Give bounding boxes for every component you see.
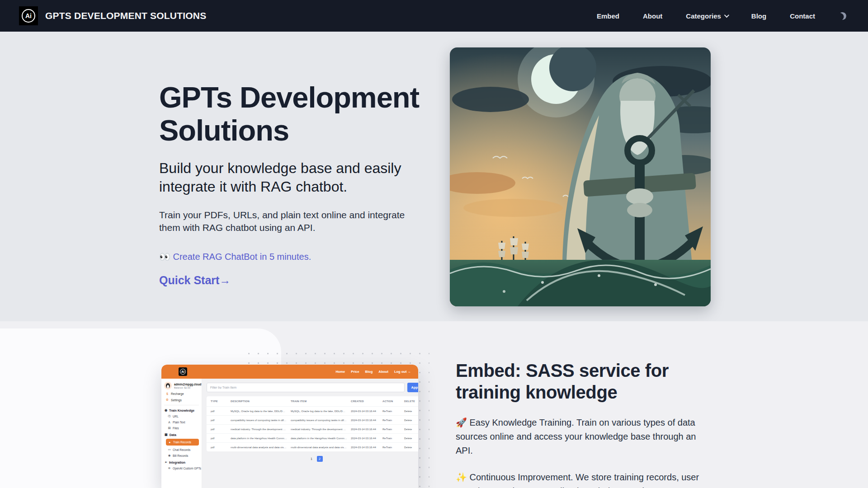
- table-header-row: TYPE DESCRIPTION TRAIN ITEM CREATED ACTI…: [207, 396, 418, 406]
- brain-icon: ◉: [165, 408, 167, 412]
- delete-link: Delete: [404, 410, 418, 413]
- retrain-link: ReTrain: [382, 446, 401, 449]
- table-row: pdf medical industry. Through the develo…: [207, 424, 418, 433]
- hero-subtitle: Build your knowledge base and easily int…: [159, 159, 421, 196]
- filter-input: [207, 383, 405, 392]
- sidebar-item-bill-records: ◉ Bill Records: [168, 454, 199, 457]
- dark-mode-toggle-moon-icon[interactable]: [838, 11, 847, 21]
- nav-link-contact[interactable]: Contact: [790, 12, 815, 20]
- hero-copy: GPTs Development Solutions Build your kn…: [159, 81, 448, 287]
- hero-illustration: [450, 47, 711, 306]
- app-body: admin@mpgg.cloud Balance: $2.00 $ Rechar…: [161, 379, 418, 488]
- delete-link: Delete: [404, 419, 418, 422]
- pagination: 1 2: [207, 456, 418, 462]
- chevron-down-icon: [724, 13, 729, 18]
- delete-link: Delete: [404, 428, 418, 431]
- ai-logo-glyph: Ai: [22, 9, 35, 23]
- app-nav-links: Home Price Blog About Log out →: [335, 370, 411, 374]
- embed-heading: Embed: SASS service for training knowled…: [456, 360, 709, 403]
- sidebar-section-integration: ➣ Integration: [165, 460, 199, 464]
- app-preview-screenshot: Ai Home Price Blog About Log out → admin…: [161, 365, 418, 488]
- sidebar-item-files: ▤ Files: [168, 426, 199, 430]
- sidebar-section-train-knowledge: ◉ Train Knowledge: [165, 408, 199, 412]
- app-nav-blog: Blog: [365, 370, 373, 374]
- page-2-active: 2: [317, 456, 323, 462]
- filter-row: Apply: [207, 383, 418, 392]
- app-nav-logout: Log out →: [394, 370, 411, 374]
- hero-description: Train your PDFs, URLs, and plain text on…: [159, 209, 419, 235]
- records-table: TYPE DESCRIPTION TRAIN ITEM CREATED ACTI…: [207, 396, 418, 451]
- app-nav-about: About: [378, 370, 388, 374]
- app-main: Apply TYPE DESCRIPTION TRAIN ITEM CREATE…: [202, 379, 418, 488]
- create-ragbot-link[interactable]: 👀 Create RAG ChatBot in 5 minutes.: [159, 251, 311, 262]
- table-row: pdf compatibility issues of computing ta…: [207, 415, 418, 424]
- brand-title: GPTS DEVELOPMENT SOLUTIONS: [45, 10, 206, 21]
- sidebar-item-url: ⓔ URL: [168, 414, 199, 418]
- sidebar-item-recharge: $ Recharge: [165, 392, 199, 395]
- openai-icon: ⊛: [168, 466, 171, 470]
- bill-icon: ◉: [168, 454, 171, 457]
- account-block: admin@mpgg.cloud Balance: $2.00: [164, 382, 199, 389]
- app-logo-icon: Ai: [179, 367, 187, 376]
- penguin-avatar: [164, 382, 172, 389]
- train-records-icon: ●: [168, 441, 171, 444]
- app-navbar: Ai Home Price Blog About Log out →: [161, 365, 418, 379]
- sidebar-divider: [164, 405, 199, 405]
- database-icon: ▦: [165, 433, 168, 436]
- table-row: pdf MySQL, Oracle log data to the lake, …: [207, 406, 418, 415]
- retrain-link: ReTrain: [382, 419, 401, 422]
- embed-section: Ai Home Price Blog About Log out → admin…: [0, 321, 868, 488]
- delete-link: Delete: [404, 437, 418, 440]
- chat-icon: ▭: [168, 448, 171, 451]
- page-1: 1: [309, 456, 315, 462]
- hero-title: GPTs Development Solutions: [159, 81, 448, 147]
- embed-copy: Embed: SASS service for training knowled…: [456, 360, 709, 488]
- files-icon: ▤: [168, 426, 171, 430]
- page: Ai GPTS DEVELOPMENT SOLUTIONS Embed Abou…: [0, 0, 868, 488]
- sidebar-item-openai-custom-gpts: ⊛ OpenAI Custom GPTs: [168, 466, 201, 470]
- account-balance: Balance: $2.00: [174, 386, 201, 389]
- hero-section: GPTs Development Solutions Build your kn…: [0, 32, 868, 321]
- brand-logo-icon: Ai: [19, 6, 38, 25]
- feature-continuous-improvement: ✨ Continuous Improvement. We store train…: [456, 470, 702, 488]
- integration-icon: ➣: [165, 460, 167, 464]
- retrain-link: ReTrain: [382, 410, 401, 413]
- nav-link-embed[interactable]: Embed: [597, 12, 619, 20]
- retrain-link: ReTrain: [382, 428, 401, 431]
- nav-link-about[interactable]: About: [643, 12, 662, 20]
- feature-easy-training: 🚀 Easy Knowledge Training. Train on vari…: [456, 416, 702, 458]
- sidebar-section-data: ▦ Data: [165, 433, 199, 436]
- delete-link: Delete: [404, 446, 418, 449]
- app-sidebar: admin@mpgg.cloud Balance: $2.00 $ Rechar…: [161, 379, 202, 488]
- brand[interactable]: Ai GPTS DEVELOPMENT SOLUTIONS: [19, 6, 206, 25]
- gear-icon: ⚙: [165, 398, 169, 402]
- quick-start-link[interactable]: Quick Start→: [159, 274, 448, 287]
- account-email: admin@mpgg.cloud: [174, 383, 201, 386]
- retrain-link: ReTrain: [382, 437, 401, 440]
- sidebar-item-chat-records: ▭ Chat Records: [168, 448, 199, 451]
- text-icon: A: [168, 421, 171, 424]
- app-nav-home: Home: [335, 370, 345, 374]
- table-row: pdf data platform in the Hangzhou Health…: [207, 433, 418, 442]
- nav-link-blog[interactable]: Blog: [751, 12, 766, 20]
- url-icon: ⓔ: [168, 414, 171, 418]
- hero-illustration-svg: [450, 47, 711, 306]
- top-nav-links: Embed About Categories Blog Contact: [597, 12, 846, 20]
- sidebar-item-train-records: ● Train Records: [166, 439, 199, 446]
- apply-button: Apply: [407, 383, 418, 392]
- sidebar-item-settings: ⚙ Settings: [165, 398, 199, 402]
- sidebar-item-plain-text: A Plain Text: [168, 421, 199, 424]
- app-logo-glyph: Ai: [180, 369, 186, 375]
- table-row: pdf multi-dimensional data analysis and …: [207, 442, 418, 451]
- top-navbar: Ai GPTS DEVELOPMENT SOLUTIONS Embed Abou…: [0, 0, 868, 32]
- recharge-coin-icon: $: [165, 392, 169, 395]
- app-nav-price: Price: [351, 370, 359, 374]
- nav-link-categories[interactable]: Categories: [686, 12, 728, 20]
